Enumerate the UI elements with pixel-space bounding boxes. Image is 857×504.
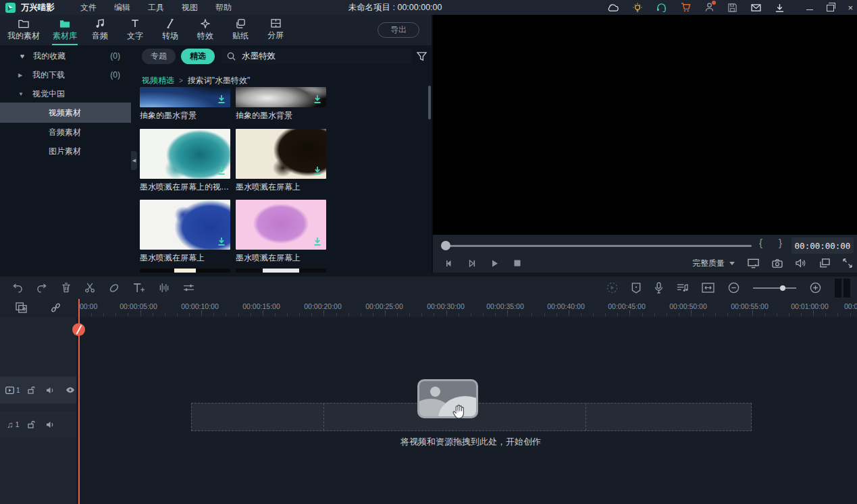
seek-handle[interactable] xyxy=(441,241,450,250)
audio-sync-icon[interactable] xyxy=(677,283,688,293)
hide-track-eye-icon[interactable] xyxy=(66,387,75,393)
tab-my-media[interactable]: 我的素材 xyxy=(0,15,47,45)
playhead-handle[interactable] xyxy=(72,323,85,336)
compare-frames-icon[interactable] xyxy=(819,258,830,268)
tab-effects[interactable]: 特效 xyxy=(188,15,223,45)
next-frame-button[interactable] xyxy=(467,259,476,268)
menu-edit[interactable]: 编辑 xyxy=(114,2,130,13)
redo-icon[interactable] xyxy=(36,283,48,293)
download-badge-icon[interactable] xyxy=(217,94,226,104)
close-button[interactable]: × xyxy=(848,3,853,12)
sidebar-item-video-assets[interactable]: 视频素材 xyxy=(0,103,131,123)
media-card[interactable]: 墨水喷溅在屏幕上 xyxy=(140,200,230,264)
tab-text[interactable]: 文字 xyxy=(118,15,153,45)
zoom-in-icon[interactable] xyxy=(810,282,821,293)
audio-mixer-icon[interactable] xyxy=(159,283,170,293)
scrollbar-thumb[interactable] xyxy=(428,86,431,119)
filter-funnel-icon[interactable] xyxy=(411,51,432,61)
sidebar-item-downloads[interactable]: ▶ 我的下载 (0) xyxy=(0,65,131,84)
media-card[interactable]: 抽象的墨水背景 xyxy=(236,87,326,121)
search-box[interactable] xyxy=(222,49,411,64)
add-track-icon[interactable] xyxy=(16,302,27,313)
mute-track-icon[interactable] xyxy=(46,387,55,394)
add-text-icon[interactable] xyxy=(133,283,145,293)
link-clips-icon[interactable] xyxy=(50,302,61,313)
fullscreen-icon[interactable] xyxy=(843,258,852,268)
lock-track-icon[interactable] xyxy=(27,420,35,428)
download-badge-icon[interactable] xyxy=(217,237,226,246)
stop-button[interactable] xyxy=(513,259,521,267)
tab-transitions[interactable]: 转场 xyxy=(153,15,188,45)
card-thumbnail[interactable] xyxy=(236,87,326,107)
minimize-button[interactable] xyxy=(806,3,813,12)
volume-icon[interactable] xyxy=(796,258,806,268)
card-thumbnail[interactable] xyxy=(140,129,230,179)
mail-icon[interactable] xyxy=(751,4,761,11)
keyframe-badge-icon[interactable] xyxy=(631,283,641,293)
preview-video-area[interactable] xyxy=(433,15,857,235)
menu-view[interactable]: 视图 xyxy=(182,2,198,13)
lock-track-icon[interactable] xyxy=(27,386,35,394)
play-button[interactable] xyxy=(490,259,499,268)
sidebar-item-audio-assets[interactable]: 音频素材 xyxy=(0,123,131,142)
mute-track-icon[interactable] xyxy=(46,421,55,428)
headset-icon[interactable] xyxy=(656,3,667,12)
undo-icon[interactable] xyxy=(11,283,23,293)
cart-icon[interactable] xyxy=(681,3,691,12)
media-card[interactable]: 墨水喷溅在屏幕上 xyxy=(236,200,326,264)
zoom-slider-knob[interactable] xyxy=(780,285,785,291)
split-scissors-icon[interactable] xyxy=(84,283,95,293)
save-icon[interactable] xyxy=(728,3,737,12)
sidebar-item-image-assets[interactable]: 图片素材 xyxy=(0,142,131,161)
timeline-view-blocks[interactable] xyxy=(835,279,850,298)
menu-file[interactable]: 文件 xyxy=(80,2,97,13)
mark-in-button[interactable]: { xyxy=(759,237,762,248)
card-thumbnail[interactable] xyxy=(236,200,326,250)
menu-tools[interactable]: 工具 xyxy=(148,2,164,13)
account-icon[interactable] xyxy=(705,3,714,12)
media-card[interactable]: 墨水喷溅在屏幕上 xyxy=(236,129,326,193)
topic-chip[interactable]: 专题 xyxy=(142,49,176,64)
lightbulb-icon[interactable] xyxy=(633,3,642,13)
seek-track[interactable] xyxy=(446,245,752,247)
quality-dropdown[interactable]: 完整质量 xyxy=(692,258,735,269)
menu-help[interactable]: 帮助 xyxy=(215,2,232,13)
media-card[interactable]: 抽象的墨水背景 xyxy=(140,87,230,121)
card-thumbnail[interactable] xyxy=(140,200,230,250)
zoom-out-icon[interactable] xyxy=(728,282,739,293)
card-thumbnail[interactable] xyxy=(140,87,230,107)
tab-stickers[interactable]: 贴纸 xyxy=(223,15,258,45)
download-icon[interactable] xyxy=(775,3,784,12)
tab-audio[interactable]: 音频 xyxy=(82,15,118,45)
marker-icon[interactable] xyxy=(109,283,120,293)
export-button[interactable]: 导出 xyxy=(378,22,419,38)
maximize-button[interactable] xyxy=(827,4,834,13)
adjust-sliders-icon[interactable] xyxy=(183,283,194,292)
delete-icon[interactable] xyxy=(61,283,71,293)
display-device-icon[interactable] xyxy=(748,258,759,269)
tab-split-screen[interactable]: 分屏 xyxy=(258,15,293,45)
timeline-zoom-slider[interactable] xyxy=(753,287,796,289)
featured-chip[interactable]: 精选 xyxy=(181,49,215,64)
cloud-icon[interactable] xyxy=(607,3,619,11)
breadcrumb-root[interactable]: 视频精选 xyxy=(142,75,174,86)
mark-out-button[interactable]: } xyxy=(779,237,782,248)
search-input[interactable] xyxy=(240,51,406,61)
record-voiceover-icon[interactable] xyxy=(654,282,663,293)
download-badge-icon[interactable] xyxy=(313,166,322,175)
download-badge-icon[interactable] xyxy=(217,166,226,175)
previous-frame-button[interactable] xyxy=(444,259,453,268)
sidebar-item-favorites[interactable]: ♥ 我的收藏 (0) xyxy=(0,47,131,65)
caret-right-icon[interactable]: ▶ xyxy=(18,72,26,78)
snapshot-camera-icon[interactable] xyxy=(772,259,783,268)
download-badge-icon[interactable] xyxy=(313,237,322,246)
fit-timeline-icon[interactable] xyxy=(702,283,715,293)
card-thumbnail[interactable] xyxy=(236,129,326,179)
download-badge-icon[interactable] xyxy=(313,94,322,104)
caret-down-icon[interactable]: ▼ xyxy=(18,91,26,97)
tab-media-library[interactable]: 素材库 xyxy=(47,15,82,45)
render-preview-icon[interactable] xyxy=(606,282,618,293)
sidebar-item-vcg[interactable]: ▼ 视觉中国 xyxy=(0,84,131,103)
media-card[interactable]: 墨水喷溅在屏幕上的视… xyxy=(140,129,230,193)
timeline-ruler[interactable]: 00:00 00:00:05:00 00:00:10:00 00:00:15:0… xyxy=(0,299,857,317)
